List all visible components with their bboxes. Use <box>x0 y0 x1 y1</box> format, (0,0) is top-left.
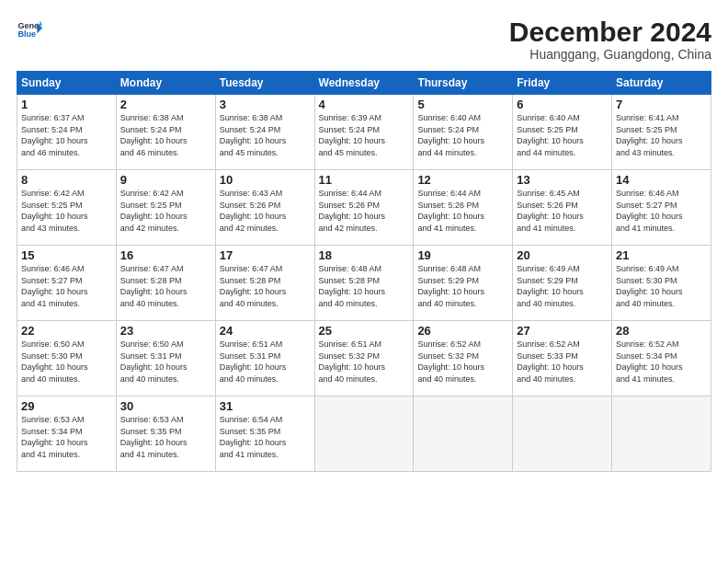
calendar-cell: 19Sunrise: 6:48 AM Sunset: 5:29 PM Dayli… <box>414 246 513 321</box>
calendar-cell: 3Sunrise: 6:38 AM Sunset: 5:24 PM Daylig… <box>215 95 314 170</box>
day-info: Sunrise: 6:53 AM Sunset: 5:34 PM Dayligh… <box>21 414 112 460</box>
calendar-cell: 27Sunrise: 6:52 AM Sunset: 5:33 PM Dayli… <box>513 321 612 396</box>
day-number: 24 <box>220 324 311 338</box>
calendar-cell: 12Sunrise: 6:44 AM Sunset: 5:26 PM Dayli… <box>414 170 513 246</box>
day-number: 7 <box>616 98 707 111</box>
day-number: 22 <box>21 324 112 338</box>
title-area: December 2024 Huanggang, Guangdong, Chin… <box>509 17 711 62</box>
day-number: 6 <box>517 98 608 111</box>
calendar-cell: 15Sunrise: 6:46 AM Sunset: 5:27 PM Dayli… <box>17 246 117 321</box>
col-wednesday: Wednesday <box>314 72 414 95</box>
day-number: 17 <box>220 248 311 262</box>
day-number: 16 <box>120 248 211 262</box>
col-saturday: Saturday <box>612 72 711 95</box>
day-info: Sunrise: 6:44 AM Sunset: 5:26 PM Dayligh… <box>319 188 410 234</box>
col-monday: Monday <box>116 72 215 95</box>
day-info: Sunrise: 6:41 AM Sunset: 5:25 PM Dayligh… <box>616 112 707 158</box>
calendar-cell <box>314 396 414 472</box>
page: General Blue December 2024 Huanggang, Gu… <box>0 0 728 563</box>
day-number: 13 <box>517 173 608 187</box>
day-number: 21 <box>616 248 707 262</box>
day-number: 14 <box>616 173 707 187</box>
day-info: Sunrise: 6:51 AM Sunset: 5:32 PM Dayligh… <box>319 339 410 385</box>
day-number: 8 <box>21 173 112 187</box>
calendar: Sunday Monday Tuesday Wednesday Thursday… <box>17 71 711 472</box>
day-number: 23 <box>120 324 211 338</box>
day-info: Sunrise: 6:44 AM Sunset: 5:26 PM Dayligh… <box>417 188 508 234</box>
day-info: Sunrise: 6:48 AM Sunset: 5:28 PM Dayligh… <box>319 263 410 309</box>
calendar-cell: 17Sunrise: 6:47 AM Sunset: 5:28 PM Dayli… <box>215 246 314 321</box>
calendar-cell: 11Sunrise: 6:44 AM Sunset: 5:26 PM Dayli… <box>314 170 414 246</box>
day-number: 27 <box>517 324 608 338</box>
day-info: Sunrise: 6:46 AM Sunset: 5:27 PM Dayligh… <box>616 188 707 234</box>
day-info: Sunrise: 6:47 AM Sunset: 5:28 PM Dayligh… <box>220 263 311 309</box>
location: Huanggang, Guangdong, China <box>509 47 711 62</box>
calendar-row: 8Sunrise: 6:42 AM Sunset: 5:25 PM Daylig… <box>17 170 711 246</box>
day-number: 31 <box>220 399 311 413</box>
day-info: Sunrise: 6:52 AM Sunset: 5:34 PM Dayligh… <box>616 339 707 385</box>
day-number: 28 <box>616 324 707 338</box>
day-info: Sunrise: 6:37 AM Sunset: 5:24 PM Dayligh… <box>21 112 112 158</box>
calendar-cell: 18Sunrise: 6:48 AM Sunset: 5:28 PM Dayli… <box>314 246 414 321</box>
day-info: Sunrise: 6:51 AM Sunset: 5:31 PM Dayligh… <box>220 339 311 385</box>
calendar-cell: 1Sunrise: 6:37 AM Sunset: 5:24 PM Daylig… <box>17 95 117 170</box>
calendar-cell: 25Sunrise: 6:51 AM Sunset: 5:32 PM Dayli… <box>314 321 414 396</box>
day-number: 25 <box>319 324 410 338</box>
calendar-cell: 26Sunrise: 6:52 AM Sunset: 5:32 PM Dayli… <box>414 321 513 396</box>
day-info: Sunrise: 6:45 AM Sunset: 5:26 PM Dayligh… <box>517 188 608 234</box>
calendar-cell: 5Sunrise: 6:40 AM Sunset: 5:24 PM Daylig… <box>414 95 513 170</box>
day-number: 5 <box>417 98 508 111</box>
calendar-row: 29Sunrise: 6:53 AM Sunset: 5:34 PM Dayli… <box>17 396 711 472</box>
calendar-cell <box>414 396 513 472</box>
calendar-cell: 7Sunrise: 6:41 AM Sunset: 5:25 PM Daylig… <box>612 95 711 170</box>
header: General Blue December 2024 Huanggang, Gu… <box>17 17 711 62</box>
calendar-cell: 4Sunrise: 6:39 AM Sunset: 5:24 PM Daylig… <box>314 95 414 170</box>
day-info: Sunrise: 6:52 AM Sunset: 5:33 PM Dayligh… <box>517 339 608 385</box>
calendar-cell: 14Sunrise: 6:46 AM Sunset: 5:27 PM Dayli… <box>612 170 711 246</box>
calendar-cell: 29Sunrise: 6:53 AM Sunset: 5:34 PM Dayli… <box>17 396 117 472</box>
day-number: 10 <box>220 173 311 187</box>
day-info: Sunrise: 6:53 AM Sunset: 5:35 PM Dayligh… <box>120 414 211 460</box>
calendar-cell: 21Sunrise: 6:49 AM Sunset: 5:30 PM Dayli… <box>612 246 711 321</box>
calendar-cell: 24Sunrise: 6:51 AM Sunset: 5:31 PM Dayli… <box>215 321 314 396</box>
day-number: 1 <box>21 98 112 111</box>
day-info: Sunrise: 6:50 AM Sunset: 5:30 PM Dayligh… <box>21 339 112 385</box>
header-row: Sunday Monday Tuesday Wednesday Thursday… <box>17 72 711 95</box>
day-number: 4 <box>319 98 410 111</box>
day-number: 12 <box>417 173 508 187</box>
day-info: Sunrise: 6:43 AM Sunset: 5:26 PM Dayligh… <box>220 188 311 234</box>
day-info: Sunrise: 6:50 AM Sunset: 5:31 PM Dayligh… <box>120 339 211 385</box>
calendar-row: 1Sunrise: 6:37 AM Sunset: 5:24 PM Daylig… <box>17 95 711 170</box>
calendar-cell: 23Sunrise: 6:50 AM Sunset: 5:31 PM Dayli… <box>116 321 215 396</box>
day-info: Sunrise: 6:39 AM Sunset: 5:24 PM Dayligh… <box>319 112 410 158</box>
day-info: Sunrise: 6:40 AM Sunset: 5:24 PM Dayligh… <box>417 112 508 158</box>
month-title: December 2024 <box>509 17 711 47</box>
day-number: 2 <box>120 98 211 111</box>
calendar-cell: 8Sunrise: 6:42 AM Sunset: 5:25 PM Daylig… <box>17 170 117 246</box>
day-number: 3 <box>220 98 311 111</box>
day-number: 11 <box>319 173 410 187</box>
calendar-cell <box>513 396 612 472</box>
day-info: Sunrise: 6:40 AM Sunset: 5:25 PM Dayligh… <box>517 112 608 158</box>
day-info: Sunrise: 6:47 AM Sunset: 5:28 PM Dayligh… <box>120 263 211 309</box>
logo: General Blue <box>17 17 42 42</box>
calendar-cell: 16Sunrise: 6:47 AM Sunset: 5:28 PM Dayli… <box>116 246 215 321</box>
calendar-cell: 28Sunrise: 6:52 AM Sunset: 5:34 PM Dayli… <box>612 321 711 396</box>
calendar-cell: 9Sunrise: 6:42 AM Sunset: 5:25 PM Daylig… <box>116 170 215 246</box>
day-info: Sunrise: 6:49 AM Sunset: 5:29 PM Dayligh… <box>517 263 608 309</box>
calendar-cell: 13Sunrise: 6:45 AM Sunset: 5:26 PM Dayli… <box>513 170 612 246</box>
calendar-row: 22Sunrise: 6:50 AM Sunset: 5:30 PM Dayli… <box>17 321 711 396</box>
calendar-cell: 20Sunrise: 6:49 AM Sunset: 5:29 PM Dayli… <box>513 246 612 321</box>
day-number: 19 <box>417 248 508 262</box>
calendar-cell <box>612 396 711 472</box>
calendar-cell: 31Sunrise: 6:54 AM Sunset: 5:35 PM Dayli… <box>215 396 314 472</box>
col-sunday: Sunday <box>17 72 117 95</box>
col-thursday: Thursday <box>414 72 513 95</box>
day-info: Sunrise: 6:42 AM Sunset: 5:25 PM Dayligh… <box>21 188 112 234</box>
logo-icon: General Blue <box>17 17 42 42</box>
day-number: 9 <box>120 173 211 187</box>
col-friday: Friday <box>513 72 612 95</box>
calendar-cell: 6Sunrise: 6:40 AM Sunset: 5:25 PM Daylig… <box>513 95 612 170</box>
day-info: Sunrise: 6:38 AM Sunset: 5:24 PM Dayligh… <box>120 112 211 158</box>
day-info: Sunrise: 6:38 AM Sunset: 5:24 PM Dayligh… <box>220 112 311 158</box>
